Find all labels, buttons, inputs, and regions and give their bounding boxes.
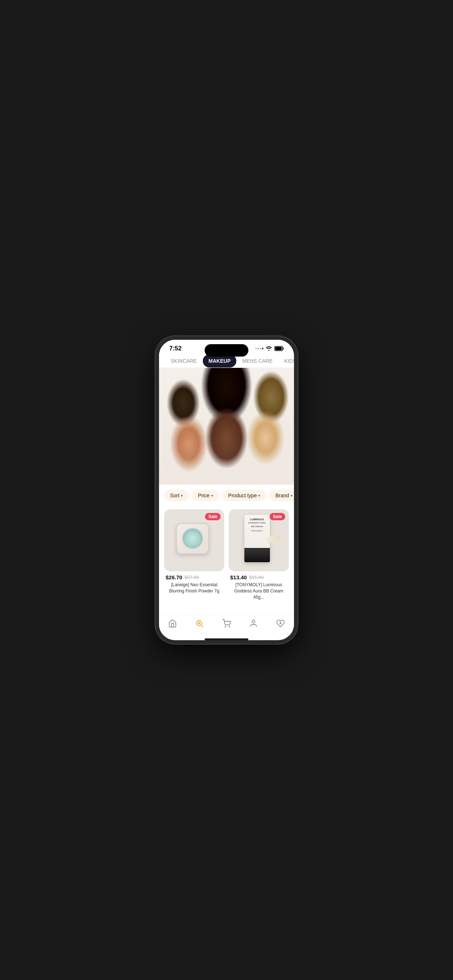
product-info-tonymoly: $13.40 $15.00 [TONYMOLY] Luminous Goddes… — [229, 571, 289, 601]
chevron-down-icon: ▾ — [291, 494, 292, 498]
price-original: $27.00 — [185, 574, 199, 580]
product-card-tonymoly[interactable]: LUMINOUS GODDESS AURA BB CREAM TONYMOLY … — [229, 509, 289, 601]
signal-dots-icon — [255, 348, 263, 349]
status-time: 7:52 — [169, 345, 182, 352]
product-card-laneige[interactable]: Sale $26.70 $27.00 [Laneige] Neo Essenti… — [164, 509, 224, 601]
product-type-filter[interactable]: Product type ▾ — [222, 490, 266, 501]
sale-badge: Sale — [270, 513, 285, 520]
dynamic-island — [205, 344, 248, 356]
profile-icon — [249, 619, 258, 628]
svg-rect-2 — [275, 347, 282, 350]
nav-cart[interactable] — [222, 619, 231, 628]
svg-point-7 — [225, 626, 226, 627]
price-row: $26.70 $27.00 — [166, 574, 223, 581]
product-name: [Laneige] Neo Essential Blurring Finish … — [166, 582, 223, 594]
tab-kids-care[interactable]: KIDS CARE — [278, 355, 294, 368]
phone-frame: 7:52 — [155, 336, 298, 644]
product-image-laneige: Sale — [164, 509, 224, 571]
price-row: $13.40 $15.00 — [230, 574, 287, 581]
status-bar: 7:52 — [159, 340, 294, 355]
search-icon — [195, 619, 204, 628]
battery-icon — [274, 346, 284, 351]
nav-profile[interactable] — [249, 619, 258, 628]
chevron-down-icon: ▾ — [211, 494, 213, 498]
tab-skincare[interactable]: SKINCARE — [165, 355, 203, 368]
compact-powder-visual — [176, 523, 213, 558]
product-grid: Sale $26.70 $27.00 [Laneige] Neo Essenti… — [159, 506, 294, 607]
sort-filter[interactable]: Sort ▾ — [164, 490, 188, 501]
brand-filter[interactable]: Brand ▾ — [270, 490, 294, 501]
nav-wishlist[interactable] — [276, 619, 285, 628]
svg-point-9 — [252, 620, 255, 623]
svg-line-4 — [201, 625, 204, 627]
filter-bar: Sort ▾ Price ▾ Product type ▾ Brand ▾ — [159, 485, 294, 506]
nav-home[interactable] — [168, 619, 177, 628]
product-name: [TONYMOLY] Luminous Goddess Aura BB Crea… — [230, 582, 287, 600]
hero-banner — [159, 368, 294, 485]
price-current: $13.40 — [230, 574, 247, 581]
heart-plus-icon — [276, 619, 285, 628]
svg-point-8 — [229, 626, 230, 627]
chevron-down-icon: ▾ — [181, 494, 183, 498]
price-filter[interactable]: Price ▾ — [192, 490, 219, 501]
price-original: $15.00 — [249, 574, 264, 580]
main-content: Sort ▾ Price ▾ Product type ▾ Brand ▾ — [159, 368, 294, 615]
home-icon — [168, 619, 177, 628]
chevron-down-icon: ▾ — [258, 494, 260, 498]
nav-search[interactable] — [195, 619, 204, 628]
price-current: $26.70 — [166, 574, 182, 581]
bb-cream-visual: LUMINOUS GODDESS AURA BB CREAM TONYMOLY — [244, 515, 274, 566]
product-image-tonymoly: LUMINOUS GODDESS AURA BB CREAM TONYMOLY … — [229, 509, 289, 571]
product-info-laneige: $26.70 $27.00 [Laneige] Neo Essential Bl… — [164, 571, 224, 596]
home-indicator — [205, 638, 248, 640]
bottom-nav — [159, 615, 294, 635]
svg-rect-1 — [283, 347, 284, 350]
cart-icon — [222, 619, 231, 628]
sale-badge: Sale — [205, 513, 221, 520]
wifi-icon — [266, 346, 272, 351]
status-icons — [255, 346, 284, 351]
